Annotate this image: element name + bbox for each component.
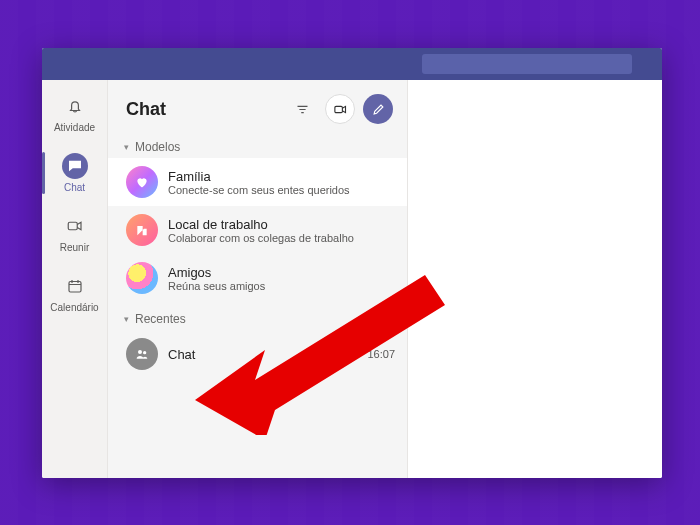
chat-list-panel: Chat	[108, 80, 408, 478]
model-friends[interactable]: Amigos Reúna seus amigos	[108, 254, 407, 302]
model-family-sub: Conecte-se com seus entes queridos	[168, 184, 395, 196]
model-friends-text: Amigos Reúna seus amigos	[168, 265, 395, 292]
svg-point-3	[138, 350, 142, 354]
bell-icon	[62, 93, 88, 119]
heart-icon	[126, 166, 158, 198]
model-family-title: Família	[168, 169, 395, 184]
model-family-text: Família Conecte-se com seus entes querid…	[168, 169, 395, 196]
rail-calendar-label: Calendário	[50, 302, 98, 313]
video-call-button[interactable]	[325, 94, 355, 124]
recent-chat-item[interactable]: Chat 16:07	[108, 330, 407, 378]
model-work-sub: Colaborar com os colegas de trabalho	[168, 232, 395, 244]
search-input[interactable]	[422, 54, 632, 74]
rail-activity-label: Atividade	[54, 122, 95, 133]
chat-icon	[62, 153, 88, 179]
model-friends-sub: Reúna seus amigos	[168, 280, 395, 292]
svg-point-4	[143, 351, 146, 354]
svg-rect-0	[68, 222, 77, 230]
rail-chat-label: Chat	[64, 182, 85, 193]
app-rail: Atividade Chat Reunir	[42, 80, 108, 478]
model-friends-title: Amigos	[168, 265, 395, 280]
app-window: Atividade Chat Reunir	[42, 48, 662, 478]
new-chat-button[interactable]	[363, 94, 393, 124]
recent-chat-time: 16:07	[361, 348, 395, 360]
chat-content-area	[408, 80, 662, 478]
friends-icon	[126, 262, 158, 294]
chevron-down-icon: ▾	[124, 142, 129, 152]
model-work-title: Local de trabalho	[168, 217, 395, 232]
chat-list-header: Chat	[108, 80, 407, 130]
filter-button[interactable]	[287, 94, 317, 124]
section-recent-header[interactable]: ▾ Recentes	[108, 302, 407, 330]
rail-meet-label: Reunir	[60, 242, 89, 253]
chevron-down-icon: ▾	[124, 314, 129, 324]
section-models-header[interactable]: ▾ Modelos	[108, 130, 407, 158]
svg-rect-2	[334, 106, 342, 112]
section-models-label: Modelos	[135, 140, 180, 154]
chat-list-title: Chat	[126, 99, 279, 120]
people-icon	[126, 338, 158, 370]
model-work-text: Local de trabalho Colaborar com os coleg…	[168, 217, 395, 244]
app-body: Atividade Chat Reunir	[42, 80, 662, 478]
video-icon	[62, 213, 88, 239]
rail-activity[interactable]: Atividade	[45, 90, 105, 136]
rail-chat[interactable]: Chat	[45, 150, 105, 196]
building-icon	[126, 214, 158, 246]
calendar-icon	[62, 273, 88, 299]
model-work[interactable]: Local de trabalho Colaborar com os coleg…	[108, 206, 407, 254]
recent-chat-text: Chat	[168, 347, 351, 362]
rail-meet[interactable]: Reunir	[45, 210, 105, 256]
section-recent-label: Recentes	[135, 312, 186, 326]
recent-chat-title: Chat	[168, 347, 351, 362]
svg-rect-1	[69, 282, 81, 293]
rail-calendar[interactable]: Calendário	[45, 270, 105, 316]
model-family[interactable]: Família Conecte-se com seus entes querid…	[108, 158, 407, 206]
titlebar	[42, 48, 662, 80]
